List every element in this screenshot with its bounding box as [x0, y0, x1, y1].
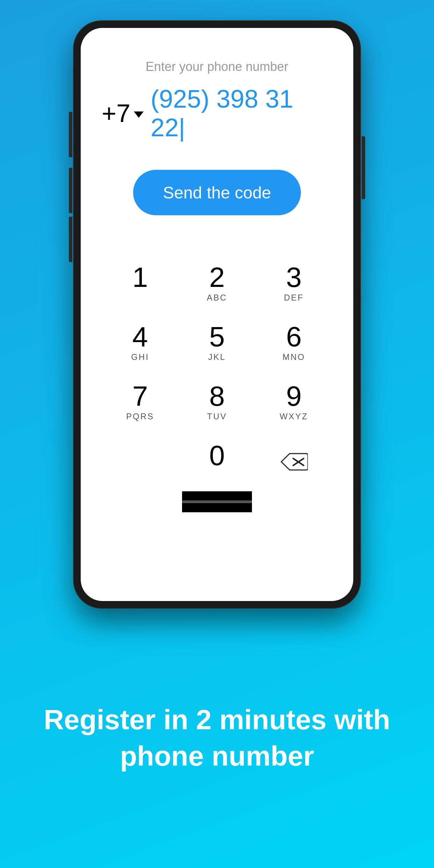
bottom-section: Register in 2 minutes with phone number	[0, 608, 434, 868]
key-8-number: 8	[209, 382, 225, 410]
key-1[interactable]: 1	[102, 254, 179, 313]
key-1-number: 1	[132, 263, 148, 291]
key-6-letters: MNO	[283, 352, 305, 363]
key-7-letters: PQRS	[126, 412, 154, 422]
country-code-selector[interactable]: +7	[102, 99, 144, 128]
key-2-number: 2	[209, 263, 225, 291]
phone-input-row: +7 (925) 398 31 22|	[102, 85, 332, 149]
key-5[interactable]: 5 JKL	[179, 313, 255, 372]
key-2[interactable]: 2 ABC	[179, 254, 255, 313]
home-indicator	[182, 500, 252, 503]
key-0-number: 0	[209, 442, 225, 470]
phone-mockup: Enter your phone number +7 (925) 398 31 …	[74, 21, 360, 608]
phone-screen: Enter your phone number +7 (925) 398 31 …	[81, 28, 353, 601]
cursor: |	[179, 114, 185, 142]
key-9[interactable]: 9 WXYZ	[255, 372, 332, 432]
key-5-number: 5	[209, 323, 225, 351]
status-bar	[81, 28, 353, 52]
key-4[interactable]: 4 GHI	[102, 313, 179, 372]
key-9-letters: WXYZ	[280, 412, 308, 422]
key-0[interactable]: 0	[179, 432, 255, 491]
key-6-number: 6	[286, 323, 302, 351]
key-8[interactable]: 8 TUV	[179, 372, 255, 432]
key-3-letters: DEF	[284, 293, 304, 303]
key-7[interactable]: 7 PQRS	[102, 372, 179, 432]
phone-input-label: Enter your phone number	[146, 59, 288, 74]
key-3[interactable]: 3 DEF	[255, 254, 332, 313]
country-code-arrow-icon	[134, 111, 144, 118]
key-4-letters: GHI	[131, 352, 149, 363]
backspace-button[interactable]	[255, 432, 332, 491]
home-bar	[182, 491, 252, 512]
key-7-number: 7	[132, 382, 148, 410]
numeric-keypad: 1 2 ABC 3 DEF 4 GHI 5 JKL	[102, 254, 332, 491]
send-code-button[interactable]: Send the code	[133, 170, 301, 215]
key-9-number: 9	[286, 382, 302, 410]
key-5-letters: JKL	[208, 352, 226, 363]
key-4-number: 4	[132, 323, 148, 351]
key-6[interactable]: 6 MNO	[255, 313, 332, 372]
country-code-value: +7	[102, 99, 130, 128]
phone-number-display[interactable]: (925) 398 31 22|	[151, 85, 332, 142]
key-empty	[102, 432, 179, 491]
tagline-text: Register in 2 minutes with phone number	[35, 702, 399, 774]
key-2-letters: ABC	[207, 293, 227, 303]
app-content: Enter your phone number +7 (925) 398 31 …	[81, 52, 353, 526]
key-8-letters: TUV	[207, 412, 227, 422]
key-3-number: 3	[286, 263, 302, 291]
phone-number-value: (925) 398 31 22	[151, 85, 293, 142]
backspace-icon	[280, 452, 308, 471]
